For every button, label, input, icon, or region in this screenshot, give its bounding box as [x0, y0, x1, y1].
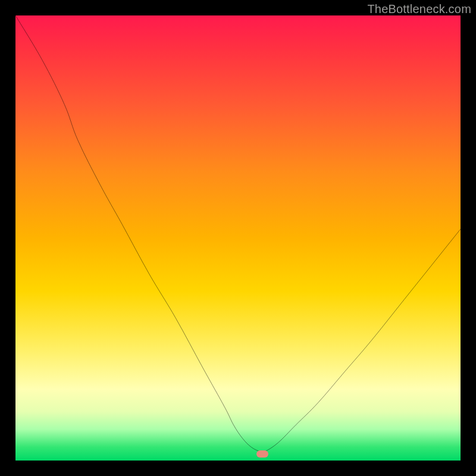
curve-path — [15, 15, 461, 453]
bottleneck-curve — [15, 15, 461, 461]
watermark-text: TheBottleneck.com — [367, 2, 471, 16]
plot-area — [15, 15, 461, 461]
chart-stage: TheBottleneck.com — [0, 0, 476, 476]
min-marker — [256, 450, 268, 458]
